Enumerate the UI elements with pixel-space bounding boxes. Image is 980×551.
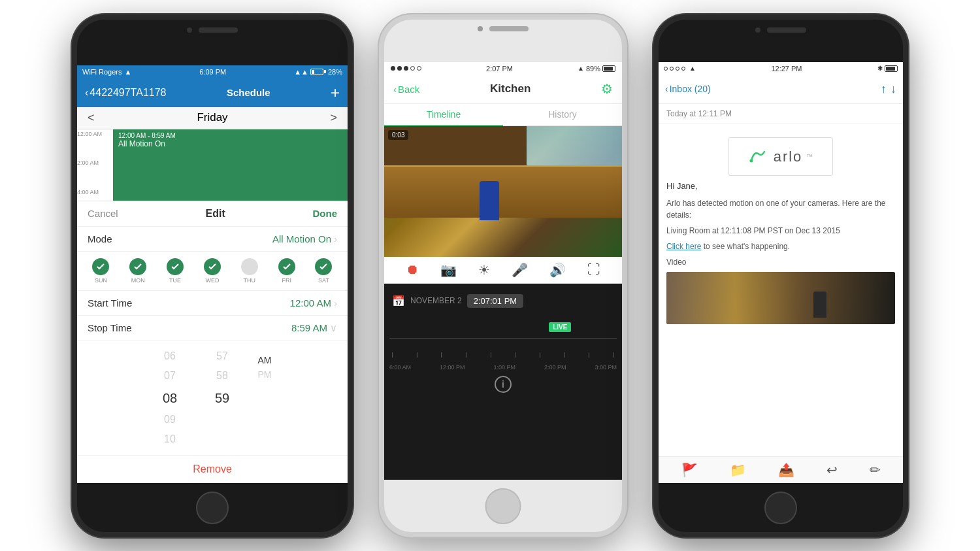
add-button-1[interactable]: + [331, 84, 340, 102]
tick-1 [392, 352, 393, 358]
arlo-logo-area: arlo ™ [666, 131, 895, 180]
archive-button[interactable]: 📤 [778, 462, 794, 478]
day-wed[interactable]: WED [204, 258, 221, 284]
tab-history[interactable]: History [503, 104, 622, 125]
next-day-button[interactable]: > [330, 111, 337, 125]
info-icon[interactable]: i [495, 376, 512, 393]
gear-icon[interactable]: ⚙ [601, 81, 613, 97]
pm-option[interactable]: PM [258, 367, 272, 382]
tl-label-1pm: 1:00 PM [493, 364, 515, 371]
time-picker[interactable]: 06 07 08 09 10 57 58 59 AM [77, 341, 348, 456]
phone-3-screen: ▲ 12:27 PM ✱ ‹ Inbox (20) ↑ ↓ [659, 20, 903, 532]
stop-time-row[interactable]: Stop Time 8:59 AM ∨ [77, 316, 348, 341]
start-time-label: Start Time [88, 297, 132, 309]
dot3-4 [681, 67, 685, 71]
dot3-3 [676, 67, 679, 71]
minute-picker[interactable]: 57 58 59 [196, 346, 248, 450]
folder-button[interactable]: 📁 [730, 462, 746, 478]
back-button-2[interactable]: ‹ Back [393, 84, 419, 95]
prev-day-button[interactable]: < [88, 111, 95, 125]
home-button-3[interactable] [764, 492, 797, 524]
mode-value-text: All Motion On [272, 233, 331, 244]
email-body-text: Arlo has detected motion on one of your … [666, 197, 895, 221]
nav-bar-1: ‹ 4422497TA1178 Schedule + [77, 78, 348, 107]
record-button[interactable]: ⏺ [406, 262, 419, 277]
timeline-date-header: 📅 NOVEMBER 2 2:07:01 PM [384, 290, 622, 312]
timeline-track[interactable]: LIVE [389, 312, 617, 364]
email-footer-bar: 🚩 📁 📤 ↩ ✏ [659, 456, 903, 483]
start-time-row[interactable]: Start Time 12:00 AM › [77, 291, 348, 316]
fullscreen-button[interactable]: ⛶ [587, 262, 600, 277]
dot-1 [391, 66, 395, 71]
day-sat[interactable]: SAT [315, 258, 332, 284]
dot-2 [397, 66, 402, 71]
camera-dot-2 [478, 26, 483, 31]
speaker-button[interactable]: 🔊 [549, 262, 566, 278]
hour-07: 07 [164, 366, 176, 386]
info-button-area[interactable]: i [384, 371, 622, 398]
day-tue-circle [167, 258, 184, 275]
compose-button[interactable]: ✏ [870, 462, 881, 478]
next-email-button[interactable]: ↓ [890, 82, 896, 96]
home-button-2[interactable] [485, 488, 521, 524]
email-link[interactable]: Click here [666, 242, 701, 251]
hour-picker[interactable]: 06 07 08 09 10 [144, 346, 196, 450]
day-thu[interactable]: THU [241, 258, 258, 284]
hour-08: 08 [163, 386, 177, 410]
snapshot-button[interactable]: 📷 [440, 262, 457, 278]
battery-2 [602, 65, 615, 72]
time-label-12am: 12:00 AM [77, 131, 113, 160]
back-button-1[interactable]: ‹ 4422497TA1178 [85, 87, 166, 99]
tick-6 [515, 352, 515, 358]
email-detail: Living Room at 12:11:08 PM PST on Dec 13… [666, 225, 895, 237]
camera-dot-3 [755, 27, 760, 33]
location-icon-2: ▲ [578, 65, 584, 72]
flag-button[interactable]: 🚩 [681, 462, 698, 478]
signal-icon-1: ▲▲ [294, 68, 308, 76]
email-body: arlo ™ Hi Jane, Arlo has detected motion… [659, 124, 903, 456]
person-element [480, 181, 499, 220]
day-tue[interactable]: TUE [167, 258, 184, 284]
tab-timeline[interactable]: Timeline [384, 104, 503, 125]
brightness-button[interactable]: ☀ [478, 262, 490, 278]
day-mon[interactable]: MON [129, 258, 146, 284]
tl-label-6am: 6:00 AM [389, 364, 411, 371]
timeline-date: NOVEMBER 2 [410, 296, 462, 305]
am-option[interactable]: AM [258, 353, 272, 367]
phone-1-content: WiFi Rogers ▲ 6:09 PM ▲▲ 28% ‹ 44224 [77, 65, 348, 483]
camera-image [384, 126, 622, 257]
remove-button[interactable]: Remove [77, 456, 348, 483]
reply-button[interactable]: ↩ [826, 462, 838, 478]
mode-row[interactable]: Mode All Motion On › [77, 227, 348, 252]
day-fri[interactable]: FRI [278, 258, 295, 284]
day-label: Friday [197, 111, 227, 124]
inbox-label: Inbox (20) [670, 84, 711, 94]
day-sun-label: SUN [95, 277, 107, 284]
popup-cancel-button[interactable]: Cancel [88, 208, 118, 219]
mic-button[interactable]: 🎤 [512, 262, 528, 278]
day-thu-circle [241, 258, 258, 275]
arlo-tm: ™ [806, 152, 813, 161]
day-wed-label: WED [205, 277, 219, 284]
popup-header: Cancel Edit Done [77, 201, 348, 227]
back-chevron-1: ‹ [85, 87, 88, 99]
ampm-picker[interactable]: AM PM [248, 346, 281, 450]
home-button-1[interactable] [196, 492, 229, 524]
tick-8 [564, 352, 565, 358]
nav-arrows: ↑ ↓ [881, 82, 896, 96]
day-sat-circle [315, 258, 332, 275]
popup-done-button[interactable]: Done [312, 208, 337, 219]
counter-element [384, 165, 622, 218]
email-greeting: Hi Jane, [666, 180, 895, 193]
day-fri-circle [278, 258, 295, 275]
tick-4 [466, 352, 466, 358]
day-mon-circle [129, 258, 146, 275]
arlo-logo-box: arlo ™ [728, 137, 834, 176]
prev-email-button[interactable]: ↑ [881, 82, 887, 96]
stop-time-text: 8:59 AM [291, 322, 327, 333]
day-sun[interactable]: SUN [92, 258, 109, 284]
email-meta: Today at 12:11 PM [659, 104, 903, 124]
inbox-back-button[interactable]: ‹ Inbox (20) [665, 84, 711, 94]
tick-10 [613, 352, 614, 358]
camera-controls: ⏺ 📷 ☀ 🎤 🔊 ⛶ [384, 257, 622, 284]
